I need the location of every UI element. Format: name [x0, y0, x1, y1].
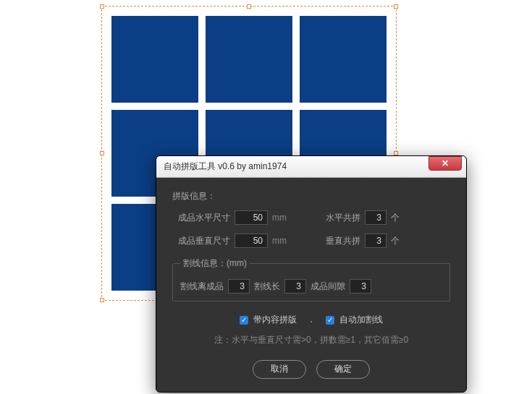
hsize-input[interactable] — [235, 210, 268, 225]
unit-ge: 个 — [391, 211, 400, 225]
hcount-input[interactable] — [365, 210, 387, 225]
cut-offset-input[interactable] — [228, 279, 250, 294]
cancel-label: 取消 — [271, 362, 288, 376]
resize-handle-sw[interactable] — [100, 298, 104, 302]
vcount-label: 垂直共拼 — [326, 234, 360, 248]
vsize-label: 成品垂直尺寸 — [178, 234, 230, 248]
tile — [111, 16, 198, 103]
checkbox-checked-icon: ✓ — [240, 316, 248, 325]
cut-len-input[interactable] — [284, 279, 306, 294]
section-layout-title: 拼版信息： — [172, 189, 450, 203]
cut-offset-label: 割线离成品 — [180, 280, 224, 294]
check-content-label: 带内容拼版 — [253, 314, 297, 325]
gap-input[interactable] — [350, 279, 371, 294]
check-autoline-label: 自动加割线 — [339, 314, 383, 325]
cutlines-group: 割线信息：(mm) 割线离成品 割线长 成品间隙 — [172, 257, 450, 301]
ok-button[interactable]: 确定 — [316, 360, 370, 379]
resize-handle-n[interactable] — [247, 4, 251, 9]
dialog-title: 自动拼版工具 v0.6 by amin1974 — [164, 160, 287, 173]
section-cut-title: 割线信息：(mm) — [180, 257, 250, 270]
titlebar[interactable]: 自动拼版工具 v0.6 by amin1974 ✕ — [156, 156, 466, 178]
note-text: 注：水平与垂直尺寸需>0，拼数需≥1，其它值需≥0 — [172, 333, 450, 347]
cancel-button[interactable]: 取消 — [253, 360, 306, 379]
resize-handle-ne[interactable] — [394, 4, 398, 9]
check-content[interactable]: ✓ 带内容拼版 — [240, 313, 297, 327]
hsize-label: 成品水平尺寸 — [178, 211, 230, 225]
check-autoline[interactable]: ✓ 自动加割线 — [326, 313, 383, 327]
close-icon: ✕ — [442, 158, 449, 168]
separator-dot: . — [310, 313, 312, 327]
unit-mm: mm — [272, 211, 287, 225]
vsize-input[interactable] — [235, 234, 268, 248]
tile — [300, 16, 387, 103]
cut-len-label: 割线长 — [254, 280, 280, 294]
unit-ge: 个 — [391, 234, 400, 248]
close-button[interactable]: ✕ — [428, 156, 462, 171]
checkbox-checked-icon: ✓ — [326, 316, 334, 325]
dialog: 自动拼版工具 v0.6 by amin1974 ✕ 拼版信息： 成品水平尺寸 m… — [156, 155, 467, 393]
ok-label: 确定 — [334, 362, 352, 376]
vcount-input[interactable] — [365, 234, 387, 248]
gap-label: 成品间隙 — [311, 280, 345, 294]
unit-mm: mm — [272, 234, 287, 248]
tile — [206, 16, 292, 103]
resize-handle-w[interactable] — [100, 151, 104, 155]
hcount-label: 水平共拼 — [326, 211, 360, 225]
resize-handle-nw[interactable] — [100, 4, 104, 9]
